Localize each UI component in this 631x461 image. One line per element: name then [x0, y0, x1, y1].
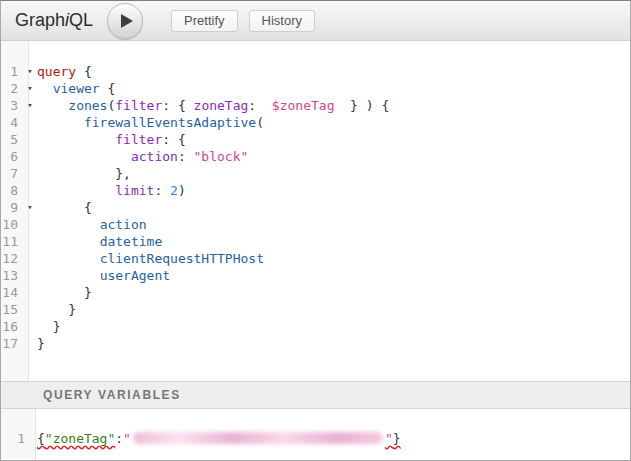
token-attr: action [131, 149, 178, 164]
token-ws [37, 149, 131, 164]
token-punct: } [68, 302, 76, 317]
code-line[interactable]: 14 } [1, 284, 630, 301]
token-punct: : { [162, 98, 193, 113]
fold-gutter-spacer [23, 165, 37, 182]
line-number: 3 [1, 97, 23, 114]
token-punct: } [84, 285, 92, 300]
code-text: { [37, 199, 92, 216]
token-ws [37, 98, 68, 113]
code-text: action [37, 216, 147, 233]
token-punct: } ) { [334, 98, 389, 113]
code-text: } [37, 301, 76, 318]
line-number: 6 [1, 148, 23, 165]
fold-arrow-icon[interactable]: ▾ [23, 97, 37, 114]
code-line[interactable]: 16 } [1, 318, 630, 335]
code-text: }, [37, 165, 131, 182]
graphiql-logo: GraphiQL [15, 10, 93, 31]
token-keyword: query [37, 64, 76, 79]
prettify-button[interactable]: Prettify [171, 10, 237, 32]
code-line[interactable]: 13 userAgent [1, 267, 630, 284]
token-property: zones [68, 98, 107, 113]
code-text: userAgent [37, 267, 170, 284]
token-property: viewer [53, 81, 100, 96]
code-line[interactable]: 6 action: "block" [1, 148, 630, 165]
code-text: clientRequestHTTPHost [37, 250, 264, 267]
fold-arrow-icon[interactable]: ▾ [23, 63, 37, 80]
code-text: datetime [37, 233, 162, 250]
variables-editor-lines: 1{"zoneTag":""} [1, 409, 630, 447]
token-punct: { [76, 64, 92, 79]
line-number: 11 [1, 233, 23, 250]
fold-gutter-spacer [23, 250, 37, 267]
token-ws [37, 81, 53, 96]
fold-arrow-icon[interactable]: ▾ [23, 199, 37, 216]
code-line[interactable]: 17} [1, 335, 630, 352]
play-icon [121, 14, 133, 28]
fold-gutter-spacer [23, 148, 37, 165]
token-string: " [385, 431, 393, 446]
line-number: 10 [1, 216, 23, 233]
code-line[interactable]: 3▾ zones(filter: { zoneTag: $zoneTag } )… [1, 97, 630, 114]
line-number: 8 [1, 182, 23, 199]
query-editor[interactable]: 1▾query {2▾ viewer {3▾ zones(filter: { z… [1, 41, 630, 381]
logo-text-graph: Graph [15, 10, 65, 30]
code-text: filter: { [37, 131, 186, 148]
token-punct: ) [178, 183, 186, 198]
token-punct: : [154, 183, 170, 198]
token-ws [37, 234, 100, 249]
variables-editor[interactable]: 1{"zoneTag":""} [1, 409, 630, 459]
token-punct: ( [256, 115, 264, 130]
line-number: 7 [1, 165, 23, 182]
code-text: firewallEventsAdaptive( [37, 114, 264, 131]
query-variables-title[interactable]: QUERY VARIABLES [1, 381, 630, 409]
code-line[interactable]: 5 filter: { [1, 131, 630, 148]
token-punct: } [393, 431, 401, 446]
token-ws [37, 200, 84, 215]
token-ws [37, 251, 100, 266]
token-attr: filter [115, 98, 162, 113]
token-attr: filter [115, 132, 162, 147]
code-line[interactable]: 1{"zoneTag":""} [1, 430, 630, 447]
token-ws [37, 217, 100, 232]
fold-gutter-spacer [23, 335, 37, 352]
token-key: "zoneTag" [45, 431, 115, 446]
token-property: userAgent [100, 268, 170, 283]
token-punct: { [84, 200, 92, 215]
token-ws [37, 319, 53, 334]
token-attr: zoneTag [194, 98, 249, 113]
token-ws [37, 132, 115, 147]
code-line[interactable]: 1▾query { [1, 63, 630, 80]
code-text: {"zoneTag":""} [30, 430, 401, 447]
history-button[interactable]: History [249, 10, 315, 32]
token-variable: $zoneTag [272, 98, 335, 113]
token-string: "block" [194, 149, 249, 164]
code-text: action: "block" [37, 148, 248, 165]
token-string: " [123, 431, 131, 446]
token-punct: : { [162, 132, 185, 147]
code-line[interactable]: 10 action [1, 216, 630, 233]
code-line[interactable]: 4 firewallEventsAdaptive( [1, 114, 630, 131]
line-number: 5 [1, 131, 23, 148]
token-punct: } [53, 319, 61, 334]
code-text: limit: 2) [37, 182, 186, 199]
fold-gutter-spacer [23, 182, 37, 199]
token-ws [37, 268, 100, 283]
token-punct: : [248, 98, 271, 113]
code-text: query { [37, 63, 92, 80]
code-line[interactable]: 8 limit: 2) [1, 182, 630, 199]
code-line[interactable]: 2▾ viewer { [1, 80, 630, 97]
execute-query-button[interactable] [107, 3, 143, 39]
line-number: 12 [1, 250, 23, 267]
line-number: 2 [1, 80, 23, 97]
code-line[interactable]: 11 datetime [1, 233, 630, 250]
code-line[interactable]: 7 }, [1, 165, 630, 182]
line-number: 1 [1, 63, 23, 80]
token-punct: : [115, 431, 123, 446]
fold-arrow-icon[interactable]: ▾ [23, 80, 37, 97]
code-line[interactable]: 15 } [1, 301, 630, 318]
code-line[interactable]: 9▾ { [1, 199, 630, 216]
fold-gutter-spacer [23, 267, 37, 284]
token-ws [37, 166, 115, 181]
code-line[interactable]: 12 clientRequestHTTPHost [1, 250, 630, 267]
token-ws [37, 115, 84, 130]
